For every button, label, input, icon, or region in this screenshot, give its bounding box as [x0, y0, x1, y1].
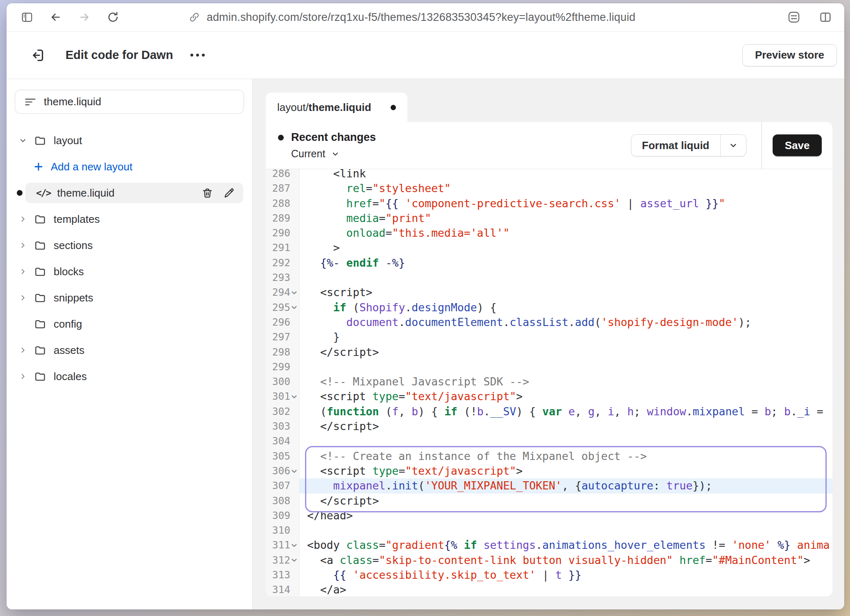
code-line-293[interactable]: 293 — [266, 270, 832, 285]
code-line-299[interactable]: 299 — [266, 360, 832, 374]
sidebar-file-theme.liquid[interactable]: </>theme.liquid — [25, 183, 243, 203]
split-view-icon[interactable] — [819, 11, 832, 24]
code-line-text: <script> — [300, 285, 832, 300]
preview-store-button[interactable]: Preview store — [742, 44, 837, 66]
tree-item-label: locales — [54, 370, 87, 383]
code-line-287[interactable]: 287 rel="stylesheet" — [266, 181, 832, 196]
code-line-310[interactable]: 310 — [266, 523, 832, 538]
rename-file-icon[interactable] — [223, 187, 235, 199]
sidebar-folder-snippets[interactable]: snippets — [7, 288, 252, 308]
code-line-296[interactable]: 296 document.documentElement.classList.a… — [266, 315, 832, 330]
code-line-text: </script> — [300, 419, 832, 434]
tree-item-label: blocks — [54, 265, 84, 278]
code-line-text: } — [300, 330, 832, 344]
code-line-text: if (Shopify.designMode) { — [300, 300, 832, 315]
code-line-294[interactable]: 294 <script> — [266, 285, 832, 300]
tuner-icon[interactable] — [787, 10, 801, 24]
code-line-306[interactable]: 306 <script type="text/javascript"> — [266, 464, 832, 478]
code-line-text: rel="stylesheet" — [300, 181, 832, 196]
fold-toggle[interactable] — [290, 542, 298, 549]
code-line-312[interactable]: 312 <a class="skip-to-content-link butto… — [266, 553, 832, 568]
folder-expand-toggle[interactable] — [19, 267, 27, 276]
code-line-303[interactable]: 303 </script> — [266, 419, 832, 434]
line-number: 314 — [266, 582, 300, 596]
code-line-305[interactable]: 305 <!-- Create an instance of the Mixpa… — [266, 449, 832, 464]
code-line-292[interactable]: 292 {%- endif -%} — [266, 256, 832, 270]
line-number: 311 — [266, 538, 300, 553]
add-new-layout-link[interactable]: Add a new layout — [7, 156, 252, 177]
version-dropdown[interactable]: Current — [291, 148, 340, 160]
code-line-313[interactable]: 313 {{ 'accessibility.skip_to_text' | t … — [266, 568, 832, 582]
format-liquid-button[interactable]: Format liquid — [631, 134, 746, 156]
folder-expand-toggle[interactable] — [19, 215, 27, 224]
chevron-right-icon — [18, 215, 27, 224]
line-number: 300 — [266, 374, 300, 389]
line-number: 307 — [266, 478, 300, 493]
reload-icon[interactable] — [106, 11, 120, 23]
code-line-291[interactable]: 291 > — [266, 240, 832, 255]
code-line-290[interactable]: 290 onload="this.media='all'" — [266, 226, 832, 240]
fold-toggle[interactable] — [290, 468, 298, 475]
code-line-text: document.documentElement.classList.add('… — [300, 315, 832, 330]
forward-icon[interactable] — [78, 11, 91, 23]
code-line-297[interactable]: 297 } — [266, 330, 832, 344]
code-line-288[interactable]: 288 href="{{ 'component-predictive-searc… — [266, 196, 832, 211]
code-lines: 286 <link287 rel="stylesheet"288 href="{… — [266, 169, 832, 596]
folder-icon — [34, 134, 47, 147]
format-options-caret[interactable] — [721, 135, 746, 156]
plus-icon — [33, 161, 44, 172]
folder-icon — [34, 239, 47, 251]
delete-file-icon[interactable] — [201, 187, 213, 199]
code-line-304[interactable]: 304 — [266, 434, 832, 448]
fold-toggle[interactable] — [290, 393, 298, 400]
save-button[interactable]: Save — [773, 134, 822, 156]
tab-label: layout/theme.liquid — [277, 101, 371, 114]
sidebar-folder-sections[interactable]: sections — [7, 235, 252, 256]
code-line-text: <a class="skip-to-content-link button vi… — [300, 553, 832, 568]
code-line-309[interactable]: 309</head> — [266, 508, 832, 523]
code-line-text: {{ 'accessibility.skip_to_text' | t }} — [300, 568, 832, 582]
sidebar-folder-templates[interactable]: templates — [7, 209, 252, 229]
overflow-menu-icon[interactable] — [190, 54, 205, 57]
folder-expand-toggle[interactable] — [19, 372, 27, 381]
fold-toggle[interactable] — [290, 289, 298, 296]
address-bar[interactable]: admin.shopify.com/store/rzq1xu-f5/themes… — [189, 3, 635, 31]
code-line-text: </a> — [300, 582, 832, 596]
code-editor[interactable]: 286 <link287 rel="stylesheet"288 href="{… — [266, 169, 832, 596]
sidebar-folder-locales[interactable]: locales — [7, 366, 252, 387]
panel-toggle-icon[interactable] — [20, 11, 34, 23]
tab-theme-liquid[interactable]: layout/theme.liquid — [266, 93, 407, 122]
code-line-300[interactable]: 300 <!-- Mixpanel Javascript SDK --> — [266, 374, 832, 389]
code-line-301[interactable]: 301 <script type="text/javascript"> — [266, 389, 832, 404]
fold-toggle-icon — [291, 468, 298, 475]
code-line-314[interactable]: 314 </a> — [266, 582, 832, 596]
sidebar-folder-config[interactable]: config — [7, 314, 252, 334]
code-line-286[interactable]: 286 <link — [266, 169, 832, 181]
folder-expand-toggle[interactable] — [19, 346, 27, 355]
code-line-295[interactable]: 295 if (Shopify.designMode) { — [266, 300, 832, 315]
code-line-308[interactable]: 308 </script> — [266, 494, 832, 508]
back-icon[interactable] — [49, 11, 62, 23]
sidebar-folder-blocks[interactable]: blocks — [7, 261, 252, 282]
folder-expand-toggle[interactable] — [19, 136, 27, 145]
folder-expand-toggle[interactable] — [19, 241, 27, 250]
code-line-289[interactable]: 289 media="print" — [266, 211, 832, 226]
file-filter-input[interactable] — [44, 95, 235, 108]
sidebar-folder-assets[interactable]: assets — [7, 340, 252, 360]
code-line-307[interactable]: 307 mixpanel.init('YOUR_MIXPANEL_TOKEN',… — [266, 478, 832, 493]
sidebar-folder-layout[interactable]: layout — [7, 130, 252, 151]
exit-editor-icon[interactable] — [29, 47, 46, 63]
code-line-298[interactable]: 298 </script> — [266, 345, 832, 360]
folder-icon — [34, 318, 47, 330]
code-line-311[interactable]: 311<body class="gradient{% if settings.a… — [266, 538, 832, 553]
tab-unsaved-dot — [391, 105, 396, 110]
line-number: 312 — [266, 553, 300, 568]
fold-toggle-icon — [291, 304, 298, 311]
code-line-302[interactable]: 302 (function (f, b) { if (!b.__SV) { va… — [266, 404, 832, 419]
fold-toggle[interactable] — [290, 304, 298, 311]
folder-expand-toggle[interactable] — [19, 293, 27, 302]
fold-toggle[interactable] — [290, 557, 298, 564]
code-line-text: <script type="text/javascript"> — [300, 464, 832, 478]
link-icon — [189, 11, 200, 23]
line-number: 286 — [266, 169, 300, 181]
